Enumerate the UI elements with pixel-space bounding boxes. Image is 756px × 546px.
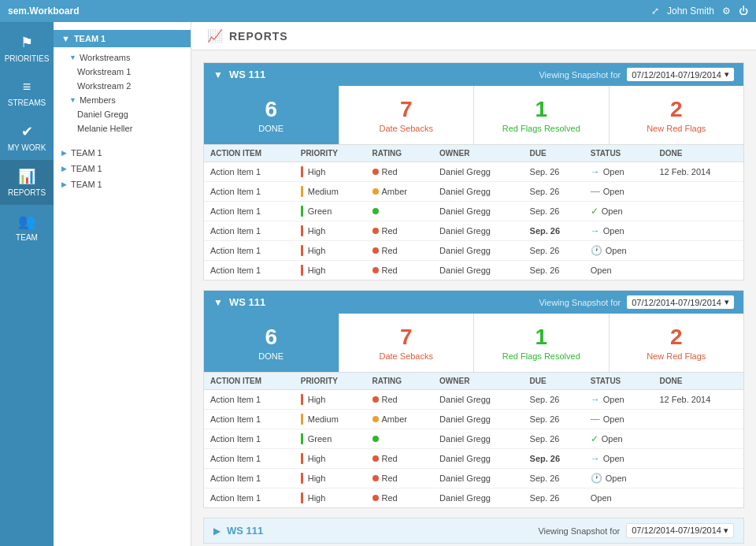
red-flags-number: 2 xyxy=(617,325,736,350)
rating-cell: Red xyxy=(366,469,434,488)
workstream-2-item[interactable]: Workstream 2 xyxy=(54,79,191,93)
content-header: 📈 REPORTS xyxy=(191,22,756,50)
power-icon[interactable]: ⏻ xyxy=(739,6,748,17)
ws-header[interactable]: ▼ WS 111 Viewing Snapshot for 07/12/2014… xyxy=(204,291,743,314)
table-row: Action Item 1 High Red Daniel Gregg Sep.… xyxy=(204,221,743,241)
team-header[interactable]: ▼ TEAM 1 xyxy=(54,30,191,47)
other-team-2[interactable]: ▶ TEAM 1 xyxy=(54,161,191,176)
setbacks-label: Date Sebacks xyxy=(347,351,466,361)
col-done: DONE xyxy=(653,145,743,162)
priority-cell: High xyxy=(295,261,366,280)
workstreams-arrow: ▼ xyxy=(69,54,76,61)
snapshot-dropdown-icon[interactable]: ▾ xyxy=(724,69,729,80)
setbacks-label: Date Sebacks xyxy=(347,124,466,133)
priority-cell: High xyxy=(295,241,366,261)
rating-cell: Red xyxy=(366,488,434,508)
resolved-label: Red Flags Resolved xyxy=(482,124,601,133)
rating-dot xyxy=(372,455,379,462)
topbar-right: ⤢ John Smith ⚙ ⏻ xyxy=(651,6,748,17)
done-cell xyxy=(653,182,743,202)
sidebar-item-team[interactable]: 👥 TEAM xyxy=(0,205,54,250)
status-clock-icon: 🕐 xyxy=(591,473,602,484)
red-flags-label: New Red Flags xyxy=(617,124,736,133)
sidebar-item-mywork[interactable]: ✔ MY WORK xyxy=(0,115,54,160)
stat-setbacks: 7 Date Sebacks xyxy=(339,314,475,372)
rating-dot xyxy=(372,188,379,195)
priority-cell: Green xyxy=(295,429,366,449)
col-priority: PRIORITY xyxy=(295,373,366,390)
action-item-cell: Action Item 1 xyxy=(204,261,295,280)
status-cell: — Open xyxy=(584,182,654,202)
status-cell: → Open xyxy=(584,449,654,469)
action-item-cell: Action Item 1 xyxy=(204,182,295,202)
mywork-icon: ✔ xyxy=(21,123,33,140)
snapshot-dropdown-icon[interactable]: ▾ xyxy=(724,297,729,307)
collapsed-expand-arrow: ▶ xyxy=(213,526,220,537)
ws-header[interactable]: ▼ WS 111 Viewing Snapshot for 07/12/2014… xyxy=(204,63,743,86)
ws-collapsed-0: ▶ WS 111 Viewing Snapshot for 07/12/2014… xyxy=(203,518,744,544)
action-table: ACTION ITEM PRIORITY RATING OWNER DUE ST… xyxy=(204,145,743,280)
snapshot-value: 07/12/2014-07/19/2014 ▾ xyxy=(627,68,734,81)
other-team-1[interactable]: ▶ TEAM 1 xyxy=(54,145,191,161)
done-cell xyxy=(653,469,743,488)
priority-cell: High xyxy=(295,162,366,182)
owner-cell: Daniel Gregg xyxy=(433,241,523,261)
sidebar-item-reports[interactable]: 📊 REPORTS xyxy=(0,160,54,205)
status-cell: Open xyxy=(584,261,654,280)
rating-dot xyxy=(372,208,379,214)
stat-red-flags: 2 New Red Flags xyxy=(610,314,744,372)
collapsed-dropdown-icon[interactable]: ▾ xyxy=(724,526,728,535)
due-cell: Sep. 26 xyxy=(524,221,584,241)
streams-label: STREAMS xyxy=(8,98,46,107)
done-cell xyxy=(653,429,743,449)
priorities-icon: ⚑ xyxy=(20,34,33,51)
settings-icon[interactable]: ⚙ xyxy=(722,6,731,17)
stats-row: 6 DONE 7 Date Sebacks 1 Red Flags Resolv… xyxy=(204,86,743,145)
done-label: DONE xyxy=(212,351,331,361)
done-number: 6 xyxy=(212,97,331,122)
done-cell xyxy=(653,449,743,469)
members-toggle[interactable]: ▼ Members xyxy=(54,93,191,107)
status-cell: → Open xyxy=(584,221,654,241)
owner-cell: Daniel Gregg xyxy=(433,469,523,488)
stats-row: 6 DONE 7 Date Sebacks 1 Red Flags Resolv… xyxy=(204,314,743,373)
done-cell: 12 Feb. 2014 xyxy=(653,162,743,182)
priority-bar xyxy=(301,414,303,425)
priority-cell: Medium xyxy=(295,410,366,429)
sidebar-item-streams[interactable]: ≡ STREAMS xyxy=(0,71,54,115)
col-status: STATUS xyxy=(584,145,654,162)
rating-dot xyxy=(372,247,379,254)
status-cell: 🕐 Open xyxy=(584,241,654,261)
rating-cell: Amber xyxy=(366,182,434,202)
rating-dot xyxy=(372,169,379,175)
priorities-label: PRIORITIES xyxy=(5,54,50,63)
rating-cell: Red xyxy=(366,162,434,182)
action-item-cell: Action Item 1 xyxy=(204,410,295,429)
status-dash-icon: — xyxy=(591,414,600,425)
sidebar: ⚑ PRIORITIES ≡ STREAMS ✔ MY WORK 📊 REPOR… xyxy=(0,22,54,546)
workstream-1-item[interactable]: Workstream 1 xyxy=(54,65,191,79)
owner-cell: Daniel Gregg xyxy=(433,261,523,280)
due-cell: Sep. 26 xyxy=(524,241,584,261)
team-label: TEAM xyxy=(16,233,38,242)
done-cell: 12 Feb. 2014 xyxy=(653,390,743,410)
ws-collapsed-header[interactable]: ▶ WS 111 Viewing Snapshot for 07/12/2014… xyxy=(204,518,743,543)
col-due: DUE xyxy=(524,373,584,390)
status-clock-icon: 🕐 xyxy=(591,245,602,256)
stat-red-flags: 2 New Red Flags xyxy=(610,86,744,144)
sidebar-item-priorities[interactable]: ⚑ PRIORITIES xyxy=(0,26,54,71)
table-row: Action Item 1 High Red Daniel Gregg Sep.… xyxy=(204,390,743,410)
member-2-item[interactable]: Melanie Heller xyxy=(54,121,191,136)
expand-icon[interactable]: ⤢ xyxy=(651,6,659,17)
member-1-item[interactable]: Daniel Gregg xyxy=(54,107,191,121)
app-title: sem.Workboard xyxy=(8,6,79,17)
other-team-3[interactable]: ▶ TEAM 1 xyxy=(54,176,191,192)
priority-cell: High xyxy=(295,469,366,488)
workstreams-toggle[interactable]: ▼ Workstreams xyxy=(54,50,191,65)
col-owner: OWNER xyxy=(433,145,523,162)
ws-collapse-arrow: ▼ xyxy=(213,297,223,308)
owner-cell: Daniel Gregg xyxy=(433,221,523,241)
priority-bar xyxy=(301,245,303,256)
done-cell xyxy=(653,410,743,429)
status-check-icon: ✓ xyxy=(591,206,598,217)
